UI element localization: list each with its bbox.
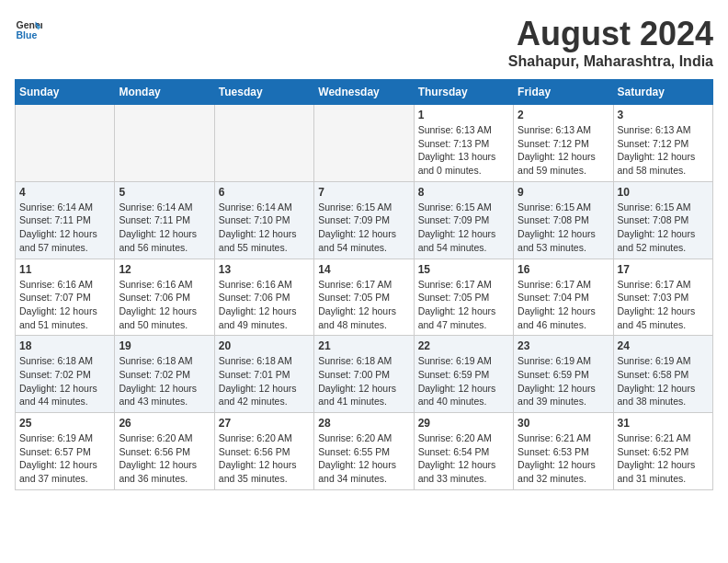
calendar-cell: 22Sunrise: 6:19 AMSunset: 6:59 PMDayligh…	[414, 336, 513, 413]
day-info: Sunrise: 6:14 AMSunset: 7:11 PMDaylight:…	[119, 201, 210, 255]
subtitle: Shahapur, Maharashtra, India	[508, 53, 713, 70]
calendar-cell: 25Sunrise: 6:19 AMSunset: 6:57 PMDayligh…	[16, 413, 115, 490]
day-number: 27	[219, 417, 310, 430]
day-info: Sunrise: 6:14 AMSunset: 7:10 PMDaylight:…	[219, 201, 310, 255]
logo: General Blue	[15, 15, 42, 42]
calendar: SundayMondayTuesdayWednesdayThursdayFrid…	[15, 79, 713, 490]
day-number: 5	[119, 186, 210, 199]
day-info: Sunrise: 6:19 AMSunset: 6:57 PMDaylight:…	[19, 431, 110, 486]
calendar-cell: 16Sunrise: 6:17 AMSunset: 7:04 PMDayligh…	[514, 259, 613, 336]
calendar-cell: 10Sunrise: 6:15 AMSunset: 7:08 PMDayligh…	[613, 181, 712, 259]
day-header-monday: Monday	[115, 80, 214, 105]
calendar-cell: 6Sunrise: 6:14 AMSunset: 7:10 PMDaylight…	[214, 181, 313, 259]
calendar-cell: 5Sunrise: 6:14 AMSunset: 7:11 PMDaylight…	[115, 181, 214, 259]
day-header-thursday: Thursday	[414, 80, 513, 105]
calendar-cell: 27Sunrise: 6:20 AMSunset: 6:56 PMDayligh…	[214, 413, 313, 490]
day-header-sunday: Sunday	[16, 80, 115, 105]
day-number: 4	[19, 186, 110, 199]
calendar-cell: 3Sunrise: 6:13 AMSunset: 7:12 PMDaylight…	[613, 105, 712, 182]
calendar-cell: 14Sunrise: 6:17 AMSunset: 7:05 PMDayligh…	[314, 259, 414, 336]
day-info: Sunrise: 6:17 AMSunset: 7:05 PMDaylight:…	[318, 278, 409, 332]
calendar-cell: 9Sunrise: 6:15 AMSunset: 7:08 PMDaylight…	[514, 181, 613, 259]
calendar-cell: 2Sunrise: 6:13 AMSunset: 7:12 PMDaylight…	[514, 105, 613, 182]
day-info: Sunrise: 6:15 AMSunset: 7:08 PMDaylight:…	[618, 201, 709, 255]
calendar-cell: 18Sunrise: 6:18 AMSunset: 7:02 PMDayligh…	[16, 336, 115, 413]
calendar-week-row: 11Sunrise: 6:16 AMSunset: 7:07 PMDayligh…	[16, 259, 713, 336]
calendar-cell: 11Sunrise: 6:16 AMSunset: 7:07 PMDayligh…	[16, 259, 115, 336]
day-info: Sunrise: 6:13 AMSunset: 7:12 PMDaylight:…	[518, 123, 609, 178]
day-number: 7	[318, 186, 409, 199]
calendar-week-row: 25Sunrise: 6:19 AMSunset: 6:57 PMDayligh…	[16, 413, 713, 490]
day-number: 22	[418, 339, 509, 352]
day-number: 23	[518, 339, 609, 352]
header: General Blue August 2024 Shahapur, Mahar…	[15, 15, 713, 70]
calendar-cell: 23Sunrise: 6:19 AMSunset: 6:59 PMDayligh…	[514, 336, 613, 413]
day-info: Sunrise: 6:13 AMSunset: 7:12 PMDaylight:…	[618, 123, 709, 178]
day-info: Sunrise: 6:21 AMSunset: 6:52 PMDaylight:…	[618, 431, 709, 486]
day-number: 2	[518, 109, 609, 121]
calendar-cell: 8Sunrise: 6:15 AMSunset: 7:09 PMDaylight…	[414, 181, 513, 259]
calendar-week-row: 1Sunrise: 6:13 AMSunset: 7:13 PMDaylight…	[16, 105, 713, 182]
calendar-cell: 4Sunrise: 6:14 AMSunset: 7:11 PMDaylight…	[16, 181, 115, 259]
day-info: Sunrise: 6:18 AMSunset: 7:01 PMDaylight:…	[219, 354, 310, 408]
calendar-cell	[16, 105, 115, 182]
svg-text:Blue: Blue	[17, 29, 38, 40]
day-info: Sunrise: 6:18 AMSunset: 7:00 PMDaylight:…	[318, 354, 409, 408]
calendar-week-row: 4Sunrise: 6:14 AMSunset: 7:11 PMDaylight…	[16, 181, 713, 259]
calendar-cell	[115, 105, 214, 182]
day-number: 15	[418, 263, 509, 276]
calendar-cell: 20Sunrise: 6:18 AMSunset: 7:01 PMDayligh…	[214, 336, 313, 413]
day-info: Sunrise: 6:16 AMSunset: 7:07 PMDaylight:…	[19, 278, 110, 332]
calendar-cell: 26Sunrise: 6:20 AMSunset: 6:56 PMDayligh…	[115, 413, 214, 490]
day-info: Sunrise: 6:20 AMSunset: 6:56 PMDaylight:…	[119, 431, 210, 486]
day-number: 18	[19, 339, 110, 352]
calendar-header-row: SundayMondayTuesdayWednesdayThursdayFrid…	[16, 80, 713, 105]
day-info: Sunrise: 6:17 AMSunset: 7:04 PMDaylight:…	[518, 278, 609, 332]
day-number: 31	[618, 417, 709, 430]
calendar-cell: 15Sunrise: 6:17 AMSunset: 7:05 PMDayligh…	[414, 259, 513, 336]
logo-icon: General Blue	[15, 15, 42, 42]
calendar-cell	[214, 105, 313, 182]
calendar-cell: 7Sunrise: 6:15 AMSunset: 7:09 PMDaylight…	[314, 181, 414, 259]
day-number: 20	[219, 339, 310, 352]
day-info: Sunrise: 6:14 AMSunset: 7:11 PMDaylight:…	[19, 201, 110, 255]
day-number: 8	[418, 186, 509, 199]
day-info: Sunrise: 6:19 AMSunset: 6:59 PMDaylight:…	[418, 354, 509, 408]
day-number: 9	[518, 186, 609, 199]
day-number: 12	[119, 263, 210, 276]
day-number: 17	[618, 263, 709, 276]
day-header-saturday: Saturday	[613, 80, 712, 105]
day-info: Sunrise: 6:15 AMSunset: 7:09 PMDaylight:…	[418, 201, 509, 255]
day-info: Sunrise: 6:21 AMSunset: 6:53 PMDaylight:…	[518, 431, 609, 486]
calendar-cell	[314, 105, 414, 182]
calendar-cell: 30Sunrise: 6:21 AMSunset: 6:53 PMDayligh…	[514, 413, 613, 490]
day-number: 25	[19, 417, 110, 430]
main-title: August 2024	[508, 15, 713, 53]
day-number: 28	[318, 417, 409, 430]
day-number: 10	[618, 186, 709, 199]
day-info: Sunrise: 6:15 AMSunset: 7:08 PMDaylight:…	[518, 201, 609, 255]
calendar-cell: 31Sunrise: 6:21 AMSunset: 6:52 PMDayligh…	[613, 413, 712, 490]
day-header-tuesday: Tuesday	[214, 80, 313, 105]
calendar-cell: 19Sunrise: 6:18 AMSunset: 7:02 PMDayligh…	[115, 336, 214, 413]
day-info: Sunrise: 6:20 AMSunset: 6:54 PMDaylight:…	[418, 431, 509, 486]
day-number: 26	[119, 417, 210, 430]
day-number: 1	[418, 109, 509, 121]
day-number: 19	[119, 339, 210, 352]
day-number: 30	[518, 417, 609, 430]
calendar-cell: 1Sunrise: 6:13 AMSunset: 7:13 PMDaylight…	[414, 105, 513, 182]
day-number: 29	[418, 417, 509, 430]
day-header-friday: Friday	[514, 80, 613, 105]
day-number: 13	[219, 263, 310, 276]
day-info: Sunrise: 6:17 AMSunset: 7:03 PMDaylight:…	[618, 278, 709, 332]
calendar-week-row: 18Sunrise: 6:18 AMSunset: 7:02 PMDayligh…	[16, 336, 713, 413]
day-info: Sunrise: 6:18 AMSunset: 7:02 PMDaylight:…	[19, 354, 110, 408]
calendar-cell: 29Sunrise: 6:20 AMSunset: 6:54 PMDayligh…	[414, 413, 513, 490]
calendar-cell: 13Sunrise: 6:16 AMSunset: 7:06 PMDayligh…	[214, 259, 313, 336]
day-info: Sunrise: 6:20 AMSunset: 6:56 PMDaylight:…	[219, 431, 310, 486]
calendar-cell: 24Sunrise: 6:19 AMSunset: 6:58 PMDayligh…	[613, 336, 712, 413]
day-info: Sunrise: 6:17 AMSunset: 7:05 PMDaylight:…	[418, 278, 509, 332]
day-number: 21	[318, 339, 409, 352]
day-info: Sunrise: 6:16 AMSunset: 7:06 PMDaylight:…	[119, 278, 210, 332]
day-number: 3	[618, 109, 709, 121]
